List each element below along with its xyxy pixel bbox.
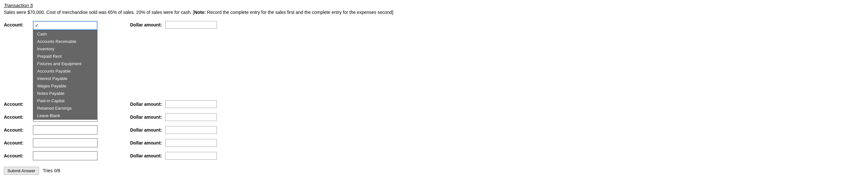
form-row-1: Account: ✓ Cash Accounts Receivable Inve… (4, 21, 864, 29)
checkmark-icon: ✓ (35, 23, 39, 28)
account-dropdown-1[interactable]: ✓ Cash Accounts Receivable Inventory Pre… (33, 21, 97, 30)
form-area: Account: ✓ Cash Accounts Receivable Inve… (4, 21, 864, 164)
dropdown-item-paid-in-capital[interactable]: Paid-in Capital (33, 97, 97, 104)
dropdown-trigger-1[interactable]: ✓ (33, 21, 97, 30)
note-label: Note: (194, 10, 206, 15)
dropdown-item-accounts-payable[interactable]: Accounts Payable (33, 67, 97, 75)
account-label-1: Account: (4, 22, 33, 27)
dollar-label-1: Dollar amount: (123, 22, 162, 27)
account-label-4: Account: (4, 127, 33, 132)
dollar-input-6[interactable] (165, 152, 217, 160)
dropdown-item-cash[interactable]: Cash (33, 30, 97, 38)
account-label-2: Account: (4, 102, 33, 107)
dropdown-item-retained-earnings[interactable]: Retained Earnings (33, 104, 97, 112)
dollar-label-4: Dollar amount: (123, 127, 162, 132)
dropdown-item-notes-payable[interactable]: Notes Payable (33, 90, 97, 97)
account-select-4[interactable] (33, 125, 97, 134)
page-title: Transaction 5 (4, 3, 864, 8)
dollar-input-4[interactable] (165, 126, 217, 134)
account-label-5: Account: (4, 140, 33, 146)
dollar-label-3: Dollar amount: (123, 115, 162, 120)
dropdown-item-accounts-receivable[interactable]: Accounts Receivable (33, 38, 97, 45)
form-row-4: Account: Dollar amount: (4, 125, 864, 134)
dropdown-item-fixtures-equipment[interactable]: Fixtures and Equipment (33, 60, 97, 67)
dollar-input-1[interactable] (165, 21, 217, 29)
dollar-input-2[interactable] (165, 100, 217, 108)
description-text-2: Record the complete entry for the sales … (206, 10, 393, 15)
dollar-input-5[interactable] (165, 139, 217, 147)
form-row-6: Account: Dollar amount: (4, 151, 864, 160)
dropdown-item-interest-payable[interactable]: Interest Payable (33, 75, 97, 82)
dollar-input-3[interactable] (165, 113, 217, 121)
dollar-label-6: Dollar amount: (123, 153, 162, 158)
account-label-3: Account: (4, 115, 33, 120)
submit-button[interactable]: Submit Answer (4, 167, 39, 175)
dropdown-item-wages-payable[interactable]: Wages Payable (33, 82, 97, 90)
account-select-6[interactable] (33, 151, 97, 160)
tries-label: Tries 0/8 (43, 168, 60, 173)
dropdown-item-inventory[interactable]: Inventory (33, 45, 97, 53)
dropdown-item-leave-blank[interactable]: Leave Blank (33, 112, 97, 119)
form-row-2: Account: Dollar amount: (4, 100, 864, 109)
description-text-1: Sales were $70,000. Cost of merchandise … (4, 10, 194, 15)
transaction-description: Sales were $70,000. Cost of merchandise … (4, 9, 864, 16)
dropdown-item-prepaid-rent[interactable]: Prepaid Rent (33, 53, 97, 60)
dropdown-list-1: Cash Accounts Receivable Inventory Prepa… (33, 30, 97, 120)
form-row-3: Account: Dollar amount: (4, 113, 864, 122)
account-label-6: Account: (4, 153, 33, 158)
form-row-5: Account: Dollar amount: (4, 138, 864, 148)
dollar-label-5: Dollar amount: (123, 140, 162, 146)
account-select-5[interactable] (33, 138, 97, 148)
dollar-label-2: Dollar amount: (123, 102, 162, 107)
bottom-row: Submit Answer Tries 0/8 (4, 167, 864, 175)
